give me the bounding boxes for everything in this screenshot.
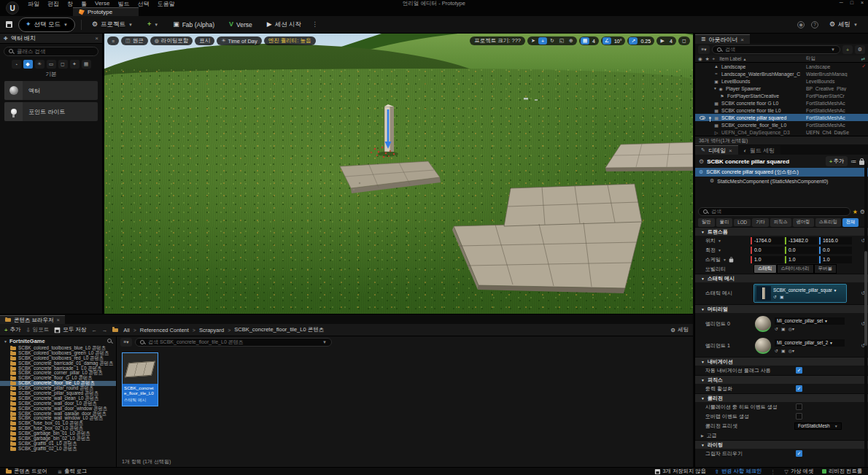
outliner-row[interactable]: ▼◉Player SpawnerBP_Creative_Play (695, 85, 868, 92)
cast-shadow-checkbox[interactable]: ✓ (796, 450, 802, 457)
details-filter-pill[interactable]: 렌더링 (793, 218, 814, 227)
scale-y-field[interactable]: 1.0 (785, 256, 818, 263)
select-tool[interactable]: ➤ (529, 37, 538, 45)
close-icon[interactable]: × (95, 35, 98, 42)
scale-z-field[interactable]: 1.0 (819, 256, 852, 263)
menu-item[interactable]: Verse (95, 0, 109, 8)
details-filter-pill[interactable]: 기타 (752, 218, 769, 227)
menu-item[interactable]: 창 (67, 0, 73, 8)
outliner-row[interactable]: ⚑FortPlayerStartCreativeFortPlayerStartC… (695, 92, 868, 99)
material-1-thumbnail[interactable] (755, 338, 771, 354)
place-actor-item[interactable]: 액터 (4, 81, 98, 100)
content-drawer-button[interactable]: 콘텐츠 드로어 (6, 468, 47, 475)
menu-item[interactable]: 편집 (47, 0, 59, 8)
time-of-day-button[interactable]: ☀Time of Day (217, 36, 261, 45)
content-browser-tab[interactable]: 콘텐츠 브라우저 × (0, 315, 65, 324)
close-icon[interactable]: × (729, 147, 732, 154)
new-folder-button[interactable]: + (842, 45, 853, 54)
eye-icon[interactable] (700, 116, 705, 120)
virtual-assets-status[interactable]: ▽가상 애셋 (784, 468, 813, 475)
details-search-input[interactable]: 검색 (698, 207, 850, 216)
folder-row[interactable]: SCBK_colored_toolboxes_red_L0 콘텐츠 (0, 356, 116, 361)
browse-to-asset-icon[interactable]: ▣ (781, 326, 786, 331)
breadcrumb-item[interactable]: Referenced Content (140, 327, 189, 333)
scale-snap-control[interactable]: ↗ 0.25 (627, 36, 654, 45)
scale-lock-icon[interactable] (729, 259, 734, 263)
enable-gravity-checkbox[interactable]: ✓ (796, 385, 802, 392)
location-z-field[interactable]: 1616.0 (819, 237, 852, 244)
blueprint-icon[interactable]: ≔ (850, 158, 856, 165)
material-1-picker[interactable]: MI_concrete_pillar_set_2 ▼ (775, 339, 845, 347)
details-filter-pill[interactable]: 스트리밍 (815, 218, 841, 227)
output-log-button[interactable]: ≣출력 로그 (58, 468, 87, 475)
static-mesh-picker[interactable]: SCBK_concrete_pillar_squar ▼ ↺▣ (753, 284, 847, 303)
menu-item[interactable]: 도움말 (157, 0, 174, 8)
class-search-input[interactable]: 클래스 검색 (4, 47, 98, 56)
close-button[interactable]: × (861, 0, 864, 5)
use-selected-icon[interactable]: ↺ (775, 348, 778, 353)
pin-icon[interactable] (709, 117, 711, 119)
add-content-dropdown[interactable]: + ▼ (143, 19, 163, 30)
category-icon[interactable]: ☀ (35, 60, 44, 69)
scale-tool[interactable]: ◱ (557, 37, 566, 45)
checkin-button[interactable]: ⇧변경 사항 체크인 (715, 468, 762, 475)
settings-dropdown[interactable]: ⚙ 세팅 ▼ (825, 18, 862, 31)
help-icon[interactable]: ? (811, 21, 818, 28)
outliner-row[interactable]: ▦SCBK_concrete_floor_tile_L0FortStaticMe… (695, 121, 868, 128)
revision-control-button[interactable]: 리비전 컨트롤 (822, 468, 862, 475)
world-coordinate-toggle[interactable]: ⊕ (567, 37, 576, 45)
browse-to-asset-icon[interactable]: ▣ (780, 294, 784, 299)
rotation-y-field[interactable]: 0.0 (785, 247, 818, 254)
grid-snap-control[interactable]: ▦ 4 (579, 36, 599, 45)
engine-quality-badge[interactable]: 엔진 퀄리티: 높음 (264, 36, 316, 45)
category-icon[interactable]: ◔ (12, 60, 21, 69)
angle-snap-control[interactable]: ∠ 10° (601, 36, 626, 45)
verse-button[interactable]: V Verse (225, 19, 257, 31)
folder-row[interactable]: SCBK_fuse_box_02_L0 콘텐츠 (0, 426, 116, 431)
details-filter-pill[interactable]: 피직스 (770, 218, 791, 227)
collision-section-header[interactable]: ▼콜리전 (695, 393, 868, 402)
camera-speed-control[interactable]: ▶ 4 (656, 36, 676, 45)
folder-row[interactable]: SCBK_garbage_bin_02_L0 콘텐츠 (0, 436, 116, 441)
folder-row[interactable]: SCBK_concrete_pillar_squared 콘텐츠 (0, 391, 116, 396)
outliner-row[interactable]: ≈Landscape_WaterBrushManager_CWaterBrush… (695, 70, 868, 77)
select-mode-dropdown[interactable]: ✦ 선택 모드 ▼ (18, 18, 75, 32)
rotate-tool[interactable]: ↻ (548, 37, 557, 45)
menu-item[interactable]: 툴 (81, 0, 87, 8)
outliner-row[interactable]: ▦SCBK concrete pillar squaredFortStaticM… (695, 114, 868, 121)
static-mesh-thumbnail[interactable] (756, 286, 771, 301)
content-browser-settings[interactable]: ⚙ 세팅 (670, 326, 689, 333)
advanced-expander[interactable]: ▶ 고급 (695, 430, 868, 440)
breadcrumb-item[interactable]: All (123, 327, 129, 333)
folder-row[interactable]: SCBK_concrete_barricade_1_L0 콘텐츠 (0, 366, 116, 371)
viewport[interactable]: ≡ ◫원근 ◍라이팅포함 표시 ☀Time of Day 엔진 퀄리티: 높음 … (104, 34, 693, 314)
breadcrumb-item[interactable]: Scrapyard (199, 327, 224, 333)
folder-row[interactable]: SCBK_garbage_bin_01_L0 콘텐츠 (0, 431, 116, 436)
visibility-column-icon[interactable]: ◉ (698, 56, 702, 62)
scale-x-field[interactable]: 1.0 (751, 256, 783, 263)
fab-button[interactable]: ▣ Fab (Alpha) (168, 19, 219, 31)
details-filter-pill[interactable]: 전체 (842, 218, 859, 227)
project-tab[interactable]: Prototype (73, 7, 139, 16)
rotation-label[interactable]: 회전▼ (705, 247, 751, 254)
static-mesh-section-header[interactable]: ▼스태틱 메시 (695, 274, 868, 282)
viewport-menu-button[interactable]: ≡ (107, 36, 119, 45)
category-icon[interactable]: ◻ (58, 60, 68, 69)
forward-icon[interactable]: → (102, 327, 108, 333)
rotation-x-field[interactable]: 0.0 (751, 247, 783, 254)
materials-section-header[interactable]: ▼머티리얼 (695, 304, 868, 313)
details-filter-pill[interactable]: LOD (734, 219, 751, 226)
place-actor-item[interactable]: 포인트 라이트 (4, 102, 98, 121)
type-column[interactable]: 타입 (806, 55, 815, 62)
outliner-settings-button[interactable]: ⚙ (855, 45, 865, 54)
use-selected-icon[interactable]: ↺ (773, 294, 777, 299)
folder-row[interactable]: SCBK_concrete_wall_clean_L0 콘텐츠 (0, 396, 116, 401)
asset-tile[interactable]: SCBK_concrete_floor_tile_L0 스태틱 메시 (122, 352, 158, 406)
material-0-picker[interactable]: MI_concrete_pillar_set ▼ (775, 317, 845, 325)
physics-section-header[interactable]: ▼피직스 (695, 375, 868, 384)
unsaved-status[interactable]: 3개 저장되지 않음 (654, 468, 706, 475)
details-scrollbar[interactable] (864, 163, 867, 467)
mobility-option[interactable]: 무버블 (814, 264, 837, 274)
tree-root-row[interactable]: ▼ FortniteGame (0, 336, 116, 346)
folder-row[interactable]: SCBK_concrete_floor_tile_L0 콘텐츠 (0, 381, 116, 386)
